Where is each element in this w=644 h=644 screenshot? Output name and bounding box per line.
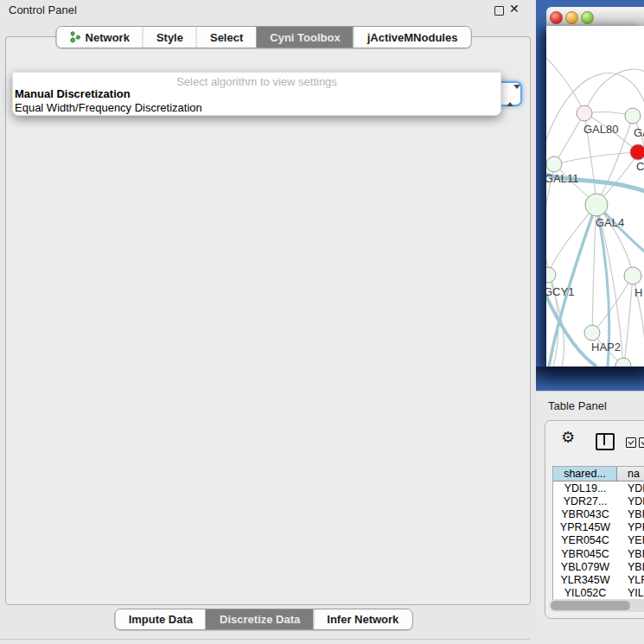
table-panel-box: ⚙ shared...na YDL19...YDL1YDR27...YDR2YB…: [545, 420, 644, 619]
node-label: GAL11: [546, 172, 579, 185]
node-label: GCY1: [546, 285, 574, 298]
node-attribute-table[interactable]: shared...na YDL19...YDL1YDR27...YDR2YBR0…: [552, 466, 644, 600]
horizontal-scrollbar[interactable]: [549, 599, 644, 612]
network-canvas[interactable]: GAL80GACGAL11GAL4GCY1HHAP2: [546, 26, 644, 367]
network-node-hap2[interactable]: [584, 325, 600, 341]
table-cell[interactable]: YBR045C: [553, 548, 617, 560]
table-body: YDL19...YDL1YDR27...YDR2YBR043CYBR0YPR14…: [553, 481, 644, 600]
checkbox-icon[interactable]: [626, 437, 636, 448]
table-panel-title: Table Panel: [548, 399, 607, 412]
algorithm-dropdown-popup: Select algorithm to view settings Manual…: [12, 72, 501, 116]
node-label: GAL80: [583, 123, 618, 136]
zoom-traffic-light-icon[interactable]: [581, 11, 594, 24]
table-row[interactable]: YIL052CYIL0: [553, 587, 644, 600]
network-desktop: GAL80GACGAL11GAL4GCY1HHAP2: [536, 0, 644, 391]
table-cell[interactable]: YBL079W: [553, 561, 617, 573]
tab-impute-data[interactable]: Impute Data: [116, 609, 206, 629]
bottom-tab-strip: Impute DataDiscretize DataInfer Network: [115, 609, 413, 630]
table-cell[interactable]: YER054C: [553, 534, 617, 546]
panel-title: Control Panel: [9, 3, 77, 16]
node-label: C: [636, 160, 644, 173]
tab-select[interactable]: Select: [196, 27, 256, 48]
table-row[interactable]: YDR27...YDR2: [553, 494, 644, 507]
node-label: GA: [634, 126, 644, 139]
table-row[interactable]: YPR145WYPR1: [553, 521, 644, 534]
minimize-traffic-light-icon[interactable]: [565, 11, 578, 24]
checkbox-icon[interactable]: [639, 437, 644, 448]
table-cell[interactable]: YBL0: [617, 561, 644, 573]
table-cell[interactable]: YDL1: [617, 482, 644, 494]
table-cell[interactable]: YBR043C: [553, 508, 617, 520]
popup-option-equal-width-frequency-discretization[interactable]: Equal Width/Frequency Discretization: [13, 101, 501, 115]
scrollbar-thumb[interactable]: [551, 601, 630, 610]
popup-option-manual-discretization[interactable]: Manual Discretization: [13, 87, 501, 101]
control-panel: Control Panel ✕ NetworkStyleSelectCyni T…: [0, 0, 534, 644]
table-cell[interactable]: YPR145W: [553, 521, 617, 533]
table-row[interactable]: YBL079WYBL0: [553, 560, 644, 573]
node-label: HAP2: [591, 341, 621, 354]
cyni-toolbox-panel: [5, 36, 531, 605]
table-panel-region: Table Panel ⚙ shared...na YDL19...YDL1YD…: [536, 391, 644, 644]
table-cell[interactable]: YDR2: [617, 495, 644, 507]
table-row[interactable]: YLR345WYLR3: [553, 573, 644, 586]
combo-arrows-icon: [507, 89, 513, 99]
float-window-icon[interactable]: [494, 6, 504, 16]
table-cell[interactable]: YIL0: [617, 587, 644, 599]
tab-jactivemnodules[interactable]: jActiveMNodules: [354, 27, 471, 48]
table-row[interactable]: YBR045CYBR0: [553, 547, 644, 560]
tab-discretize-data[interactable]: Discretize Data: [206, 609, 313, 629]
network-node-gal80[interactable]: [577, 105, 592, 121]
tab-label: Impute Data: [129, 613, 193, 626]
popup-options: Manual DiscretizationEqual Width/Frequen…: [13, 87, 501, 114]
table-cell[interactable]: YIL052C: [553, 587, 617, 599]
table-cell[interactable]: YLR3: [617, 574, 644, 586]
node-label: H: [634, 286, 642, 299]
tab-style[interactable]: Style: [143, 27, 196, 48]
network-icon: [70, 31, 81, 43]
table-cell[interactable]: YER0: [617, 534, 644, 546]
network-node-c[interactable]: [630, 144, 644, 160]
table-header-row: shared...na: [553, 467, 644, 481]
control-panel-titlebar: Control Panel ✕: [0, 0, 534, 21]
tab-label: Cyni Toolbox: [270, 31, 340, 44]
tab-network[interactable]: Network: [57, 27, 143, 48]
split-columns-icon[interactable]: [596, 433, 615, 450]
close-icon[interactable]: ✕: [509, 2, 520, 16]
network-window-titlebar[interactable]: [546, 7, 644, 27]
table-cell[interactable]: YBR0: [617, 548, 644, 560]
tab-label: Network: [86, 31, 130, 44]
network-node-ga[interactable]: [625, 108, 641, 124]
network-node[interactable]: [615, 358, 631, 367]
table-cell[interactable]: YDR27...: [553, 495, 617, 507]
tab-label: Infer Network: [327, 613, 399, 626]
node-label: GAL4: [596, 216, 624, 229]
popup-hint: Select algorithm to view settings: [13, 73, 501, 87]
network-node-gal11[interactable]: [546, 156, 562, 172]
table-cell[interactable]: YLR345W: [553, 574, 617, 586]
tab-label: Discretize Data: [220, 613, 300, 626]
gear-icon[interactable]: ⚙: [561, 430, 575, 445]
top-tab-strip: NetworkStyleSelectCyni ToolboxjActiveMNo…: [56, 26, 472, 48]
column-header-na[interactable]: na: [617, 467, 644, 481]
table-cell[interactable]: YDL19...: [553, 482, 617, 494]
table-row[interactable]: YBR043CYBR0: [553, 507, 644, 520]
tab-infer-network[interactable]: Infer Network: [313, 609, 411, 629]
network-node-gal4[interactable]: [585, 194, 608, 216]
column-header-shared-[interactable]: shared...: [553, 467, 617, 481]
tab-label: Style: [156, 31, 183, 44]
table-cell[interactable]: YPR1: [617, 521, 644, 533]
tab-label: Select: [210, 31, 243, 44]
network-node-gcy1[interactable]: [546, 267, 556, 283]
table-row[interactable]: YER054CYER0: [553, 534, 644, 547]
tab-label: jActiveMNodules: [367, 31, 458, 44]
network-node-h[interactable]: [624, 267, 641, 284]
tab-cyni-toolbox[interactable]: Cyni Toolbox: [256, 27, 353, 48]
panel-bottom-divider: [0, 639, 530, 640]
table-row[interactable]: YDL19...YDL1: [553, 481, 644, 494]
close-traffic-light-icon[interactable]: [550, 11, 563, 24]
table-cell[interactable]: YBR0: [617, 508, 644, 520]
